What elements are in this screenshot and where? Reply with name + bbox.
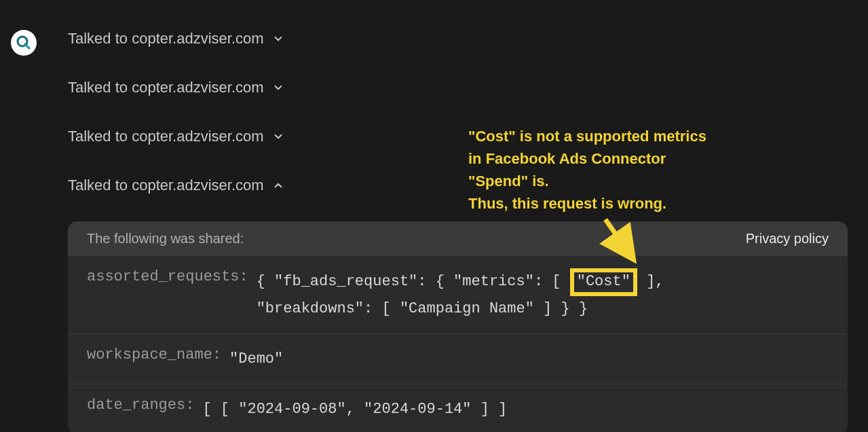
key-assorted-requests: assorted_requests: bbox=[87, 268, 248, 285]
highlighted-cost: "Cost" bbox=[570, 268, 637, 296]
json-suffix1: ], bbox=[637, 273, 664, 290]
row-workspace-name: workspace_name: "Demo" bbox=[68, 334, 848, 384]
chevron-down-icon bbox=[272, 82, 284, 94]
panel-header-label: The following was shared: bbox=[87, 231, 244, 247]
talked-row-3[interactable]: Talked to copter.adzviser.com bbox=[68, 128, 848, 145]
key-workspace-name: workspace_name: bbox=[87, 346, 221, 363]
privacy-policy-link[interactable]: Privacy policy bbox=[746, 231, 829, 247]
key-date-ranges: date_ranges: bbox=[87, 397, 194, 414]
panel-body: assorted_requests: { "fb_ads_request": {… bbox=[68, 256, 848, 432]
value-date-ranges: [ [ "2024-09-08", "2024-09-14" ] ] bbox=[202, 397, 507, 422]
chevron-down-icon bbox=[272, 33, 284, 45]
annotation-line3: "Spend" is. bbox=[468, 170, 706, 192]
json-line2: "breakdowns": [ "Campaign Name" ] } } bbox=[257, 300, 588, 317]
annotation-line4: Thus, this request is wrong. bbox=[468, 192, 706, 215]
search-q-icon bbox=[16, 35, 32, 51]
content-area: Talked to copter.adzviser.com Talked to … bbox=[68, 30, 848, 432]
talked-row-1[interactable]: Talked to copter.adzviser.com bbox=[68, 30, 848, 48]
avatar bbox=[11, 30, 37, 56]
shared-panel: The following was shared: Privacy policy… bbox=[68, 221, 848, 432]
chevron-down-icon bbox=[272, 130, 284, 143]
value-workspace-name: "Demo" bbox=[229, 346, 283, 372]
annotation-line1: "Cost" is not a supported metrics bbox=[468, 125, 706, 147]
talked-label: Talked to copter.adzviser.com bbox=[68, 128, 264, 145]
row-assorted-requests: assorted_requests: { "fb_ads_request": {… bbox=[68, 256, 848, 334]
talked-row-4[interactable]: Talked to copter.adzviser.com bbox=[68, 177, 848, 194]
json-prefix: { "fb_ads_request": { "metrics": [ bbox=[257, 273, 570, 290]
value-assorted-requests: { "fb_ads_request": { "metrics": [ "Cost… bbox=[257, 268, 664, 321]
chevron-up-icon bbox=[272, 179, 284, 192]
annotation-line2: in Facebook Ads Connector bbox=[468, 147, 706, 170]
panel-header: The following was shared: Privacy policy bbox=[68, 221, 848, 256]
talked-row-2[interactable]: Talked to copter.adzviser.com bbox=[68, 79, 848, 96]
talked-label: Talked to copter.adzviser.com bbox=[68, 79, 264, 96]
talked-label: Talked to copter.adzviser.com bbox=[68, 30, 264, 48]
row-date-ranges: date_ranges: [ [ "2024-09-08", "2024-09-… bbox=[68, 384, 848, 432]
talked-label: Talked to copter.adzviser.com bbox=[68, 177, 264, 194]
annotation-text: "Cost" is not a supported metrics in Fac… bbox=[468, 125, 706, 215]
